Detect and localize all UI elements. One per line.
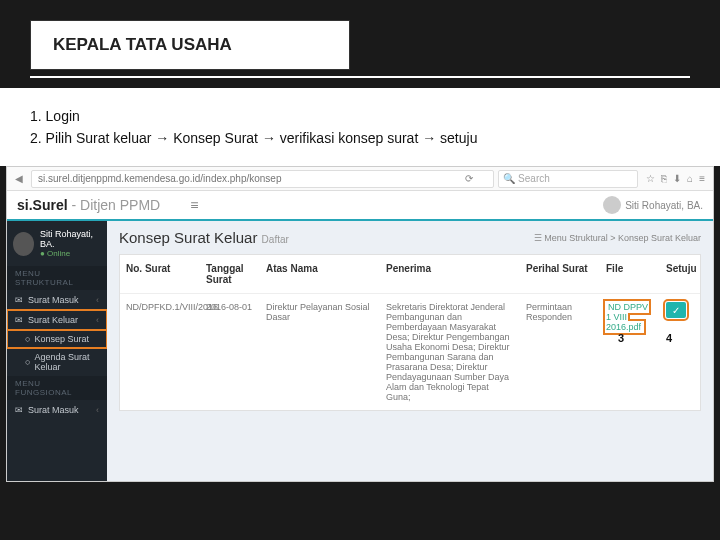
mail-icon: ✉ <box>15 405 23 415</box>
profile-avatar-icon <box>13 232 34 256</box>
content-area: Konsep Surat Keluar Daftar ☰ Menu Strukt… <box>107 221 713 481</box>
self-icon[interactable]: ⎘ <box>661 173 667 184</box>
circle-icon: ○ <box>25 357 30 367</box>
subtitle: Daftar <box>262 234 289 245</box>
search-placeholder: Search <box>518 173 550 184</box>
profile-name: Siti Rohayati, BA. <box>40 229 101 249</box>
sidebar-sub-agenda[interactable]: ○ Agenda Surat Keluar <box>7 348 107 376</box>
label: Surat Keluar <box>28 315 78 325</box>
label: Surat Masuk <box>28 405 79 415</box>
chevron-left-icon: ‹ <box>96 315 99 325</box>
chevron-left-icon: ‹ <box>96 405 99 415</box>
back-icon[interactable]: ◀ <box>11 171 27 187</box>
sidebar: Siti Rohayati, BA. ● Online MENU STRUKTU… <box>7 221 107 481</box>
cell-atas-nama: Direktur Pelayanan Sosial Dasar <box>260 294 380 410</box>
th-setuju: Setuju <box>660 255 700 293</box>
th-perihal: Perihal Surat <box>520 255 600 293</box>
toolbar-icons: ☆ ⎘ ⬇ ⌂ ≡ <box>642 173 709 184</box>
page-title: Konsep Surat Keluar Daftar <box>119 229 289 246</box>
cell-perihal: Permintaan Responden <box>520 294 600 410</box>
app-body: Siti Rohayati, BA. ● Online MENU STRUKTU… <box>7 221 713 481</box>
sidebar-profile: Siti Rohayati, BA. ● Online <box>7 221 107 266</box>
title-text: Konsep Surat Keluar <box>119 229 257 246</box>
address-bar[interactable]: si.surel.ditjenppmd.kemendesa.go.id/inde… <box>31 170 494 188</box>
reload-icon[interactable]: ⟳ <box>465 173 473 184</box>
chevron-left-icon: ‹ <box>96 295 99 305</box>
profile-status: ● Online <box>40 249 101 258</box>
mail-icon: ✉ <box>15 295 23 305</box>
sidebar-item-surat-keluar[interactable]: ✉ Surat Keluar ‹ 1 <box>7 310 107 330</box>
menu-label-fungsional: MENU FUNGSIONAL <box>7 376 107 400</box>
cell-setuju: ✓ 4 <box>660 294 700 410</box>
top-user-name: Siti Rohayati, BA. <box>625 200 703 211</box>
step-2: 2. Pilih Surat keluar → Konsep Surat → v… <box>30 130 690 146</box>
sidebar-item-surat-masuk[interactable]: ✉ Surat Masuk ‹ <box>7 290 107 310</box>
sidebar-item-surat-masuk-2[interactable]: ✉ Surat Masuk ‹ <box>7 400 107 420</box>
avatar-icon <box>603 196 621 214</box>
th-tanggal: Tanggal Surat <box>200 255 260 293</box>
menu-icon[interactable]: ≡ <box>699 173 705 184</box>
label: Agenda Surat Keluar <box>34 352 99 372</box>
th-atas-nama: Atas Nama <box>260 255 380 293</box>
home-icon[interactable]: ⌂ <box>687 173 693 184</box>
table-header: No. Surat Tanggal Surat Atas Nama Peneri… <box>120 255 700 294</box>
search-box[interactable]: 🔍 Search <box>498 170 638 188</box>
approve-button[interactable]: ✓ <box>666 302 686 318</box>
hamburger-icon[interactable]: ≡ <box>190 197 198 213</box>
slide-title: KEPALA TATA USAHA <box>30 20 350 70</box>
circle-icon: ○ <box>25 334 30 344</box>
th-file: File <box>600 255 660 293</box>
cell-tanggal: 2016-08-01 <box>200 294 260 410</box>
instruction-block: 1. Login 2. Pilih Surat keluar → Konsep … <box>0 88 720 166</box>
sidebar-sub-konsep-surat[interactable]: ○ Konsep Surat 2 <box>7 330 107 348</box>
app-brand: si.Surel - Ditjen PPMD <box>17 197 160 213</box>
brand-main: si.Surel <box>17 197 68 213</box>
data-table: No. Surat Tanggal Surat Atas Nama Peneri… <box>119 254 701 411</box>
app-header: si.Surel - Ditjen PPMD ≡ Siti Rohayati, … <box>7 191 713 221</box>
th-penerima: Penerima <box>380 255 520 293</box>
file-link[interactable]: ND DPPV 1 VIII 2016.pdf <box>606 302 648 332</box>
step-1: 1. Login <box>30 108 690 124</box>
cell-no-surat: ND/DPFKD.1/VIII/2016 <box>120 294 200 410</box>
content-header: Konsep Surat Keluar Daftar ☰ Menu Strukt… <box>107 221 713 254</box>
label: Surat Masuk <box>28 295 79 305</box>
open-mail-icon: ✉ <box>15 315 23 325</box>
callout-3: 3 <box>618 332 624 344</box>
label: Konsep Surat <box>34 334 89 344</box>
url-text: si.surel.ditjenppmd.kemendesa.go.id/inde… <box>38 173 282 184</box>
brand-sub: - Ditjen PPMD <box>68 197 161 213</box>
slide-header: KEPALA TATA USAHA <box>0 0 720 88</box>
menu-label-struktural: MENU STRUKTURAL <box>7 266 107 290</box>
search-icon: 🔍 <box>503 173 515 184</box>
cell-penerima: Sekretaris Direktorat Jenderal Pembangun… <box>380 294 520 410</box>
cell-file: ND DPPV 1 VIII 2016.pdf 3 <box>600 294 660 410</box>
title-underline <box>30 76 690 78</box>
url-bar: ◀ si.surel.ditjenppmd.kemendesa.go.id/in… <box>7 167 713 191</box>
star-icon[interactable]: ☆ <box>646 173 655 184</box>
breadcrumb: ☰ Menu Struktural > Konsep Surat Keluar <box>534 233 701 243</box>
top-user[interactable]: Siti Rohayati, BA. <box>603 196 703 214</box>
download-icon[interactable]: ⬇ <box>673 173 681 184</box>
browser-screenshot: ◀ si.surel.ditjenppmd.kemendesa.go.id/in… <box>6 166 714 482</box>
callout-4: 4 <box>666 332 672 344</box>
table-row: ND/DPFKD.1/VIII/2016 2016-08-01 Direktur… <box>120 294 700 410</box>
th-no-surat: No. Surat <box>120 255 200 293</box>
